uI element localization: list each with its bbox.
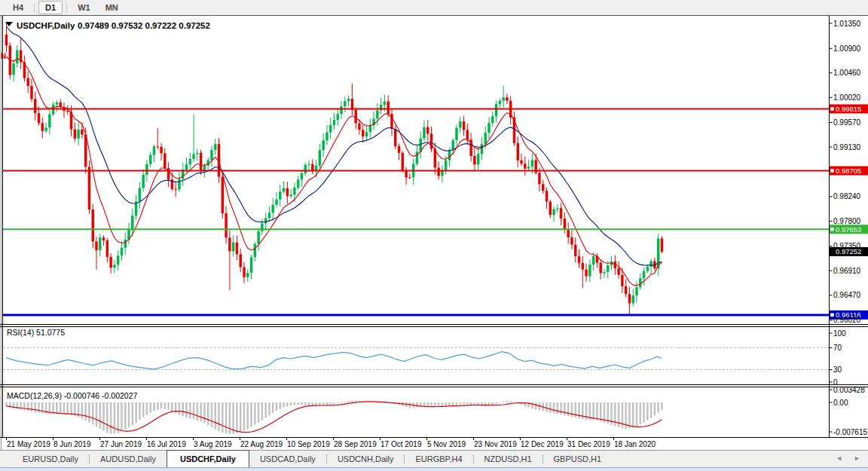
candle [117, 255, 120, 265]
candle [12, 63, 15, 75]
timeframe-toolbar: H4D1W1MN [0, 0, 868, 15]
candle [301, 173, 304, 179]
candle [574, 245, 577, 256]
tab-usdcad-daily[interactable]: USDCAD,Daily [249, 451, 326, 467]
window-bottom-edge [0, 467, 868, 471]
tab-usdchf-daily[interactable]: USDCHF,Daily [167, 450, 249, 467]
candle [99, 237, 102, 250]
trading-platform-window: H4D1W1MN 0.998150.987050.976530.96116RSI… [0, 0, 868, 471]
candle [304, 165, 307, 173]
candle [585, 270, 588, 277]
hline-anchor-handle[interactable] [830, 106, 835, 111]
chart-canvas[interactable]: 0.998150.987050.976530.96116RSI(14) 51.0… [0, 15, 868, 450]
tab-usdcnh-daily[interactable]: USDCNH,Daily [327, 451, 405, 467]
candle [196, 153, 199, 154]
hline-anchor-handle[interactable] [830, 169, 835, 173]
candle [149, 155, 152, 164]
candle [228, 237, 231, 251]
price-tick-label: 0.99570 [833, 118, 861, 127]
candle [236, 243, 239, 255]
candle [297, 179, 300, 188]
candle [592, 256, 595, 265]
tab-audusd-daily[interactable]: AUDUSD,Daily [90, 451, 167, 467]
candle [275, 200, 278, 205]
candle [319, 150, 322, 166]
candle [333, 120, 336, 125]
candle [358, 123, 361, 130]
candle [243, 267, 246, 277]
candle [542, 184, 545, 191]
chart-window[interactable]: 0.998150.987050.976530.96116RSI(14) 51.0… [0, 15, 868, 450]
date-tick-label: 21 May 2019 [7, 440, 50, 448]
candle [477, 154, 480, 164]
candle [91, 210, 94, 242]
price-tick-label: 1.00020 [833, 93, 861, 102]
candle [445, 161, 448, 170]
candle [347, 99, 350, 101]
tab-scroll-right-icon[interactable]: ► [854, 454, 860, 462]
hline-anchor-handle[interactable] [830, 227, 835, 231]
timeframe-button-w1[interactable]: W1 [71, 1, 97, 14]
candle [549, 202, 552, 216]
candle [113, 265, 116, 268]
date-tick-label: 28 Sep 2019 [334, 440, 377, 448]
candle [459, 121, 462, 127]
candle [289, 194, 292, 196]
candle [34, 99, 37, 113]
candle [646, 267, 649, 271]
hline-badge-label: 0.97653 [836, 225, 861, 234]
date-tick-label: 5 Nov 2019 [427, 440, 466, 448]
candle [326, 133, 329, 141]
tab-gbpusd-h1[interactable]: GBPUSD,H1 [543, 451, 613, 467]
candle [192, 154, 195, 159]
candle [398, 146, 401, 153]
timeframe-button-mn[interactable]: MN [99, 1, 125, 14]
candle [81, 130, 84, 135]
candle [232, 243, 235, 252]
price-tick-label: 0.98240 [833, 192, 861, 200]
chart-frame [0, 15, 868, 450]
tab-scroll-left-icon[interactable]: ◄ [836, 454, 842, 462]
candle [564, 219, 567, 229]
candle [271, 205, 274, 213]
candle [625, 286, 628, 294]
candle [185, 164, 188, 170]
candle [286, 188, 289, 197]
timeframe-button-d1[interactable]: D1 [38, 1, 63, 14]
candle [157, 146, 160, 147]
macd-panel: MACD(12,26,9) -0.000746 -0.002027 [5, 391, 662, 434]
candle [131, 216, 134, 230]
candle [621, 275, 624, 286]
rsi-line [6, 352, 662, 369]
date-tick-label: 18 Jan 2020 [614, 440, 656, 448]
chart-ohlc-values: 0.97489 0.97532 0.97222 0.97252 [78, 21, 210, 30]
price-tick-label: 0.96020 [833, 316, 861, 324]
candle [145, 164, 148, 175]
tab-eurusd-daily[interactable]: EURUSD,Daily [12, 451, 89, 467]
tab-nzdusd-h1[interactable]: NZDUSD,H1 [474, 451, 542, 467]
date-tick-label: 22 Aug 2019 [240, 440, 283, 448]
tab-eurgbp-h4[interactable]: EURGBP,H4 [405, 451, 472, 467]
candle [56, 102, 59, 105]
candle [142, 175, 145, 188]
candle [307, 164, 310, 165]
candle [41, 123, 44, 131]
date-tick-label: 17 Oct 2019 [381, 440, 422, 448]
candle [473, 156, 476, 164]
candle [631, 295, 634, 303]
current-price-label: 0.97252 [836, 247, 861, 255]
candle [77, 130, 80, 139]
hline-badge-label: 0.99815 [836, 105, 861, 113]
macd-histogram [5, 401, 662, 435]
candle [408, 177, 411, 178]
candle [38, 113, 41, 123]
candle [448, 150, 451, 160]
candle [30, 86, 33, 99]
candle [311, 164, 314, 171]
candle [603, 272, 606, 274]
date-tick-label: 12 Dec 2019 [521, 440, 564, 448]
timeframe-button-h4[interactable]: H4 [6, 1, 30, 14]
candle [570, 237, 573, 245]
candle [5, 35, 8, 46]
candle [340, 106, 343, 114]
